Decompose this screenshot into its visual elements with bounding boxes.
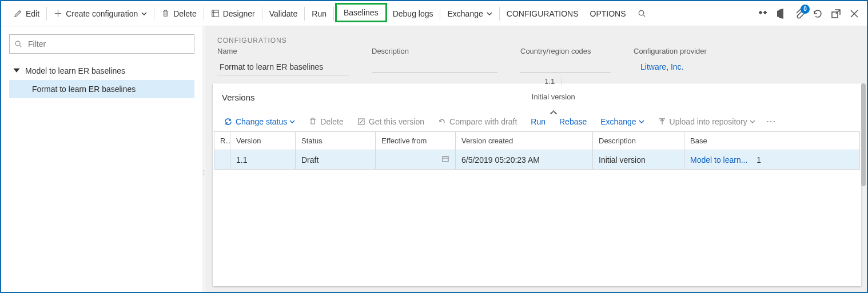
- summary-version: 1.1: [544, 77, 562, 86]
- svg-point-1: [639, 10, 643, 15]
- cell-status[interactable]: Draft: [296, 150, 376, 170]
- col-status[interactable]: Status: [296, 132, 376, 150]
- upload-icon: [658, 118, 666, 126]
- chevron-down-icon: [141, 11, 147, 17]
- separator: [440, 7, 440, 21]
- separator: [499, 7, 500, 21]
- compare-button[interactable]: Compare with draft: [432, 114, 523, 130]
- svg-rect-5: [443, 156, 448, 162]
- exchange-button[interactable]: Exchange: [441, 5, 497, 23]
- field-value[interactable]: [372, 60, 497, 73]
- baselines-label: Baselines: [344, 8, 379, 17]
- search-button[interactable]: [632, 5, 652, 23]
- card-title: Versions: [222, 93, 255, 102]
- designer-icon: [211, 9, 220, 18]
- btn-label: Run: [531, 117, 546, 126]
- configurations-tab[interactable]: CONFIGURATIONS: [501, 5, 584, 23]
- grid-icon[interactable]: [757, 8, 769, 19]
- btn-label: Rebase: [559, 117, 587, 126]
- cell-base[interactable]: Model to learn... 1: [684, 150, 860, 170]
- run-button[interactable]: Run: [306, 5, 332, 23]
- refresh-icon[interactable]: [812, 8, 823, 19]
- summary-description: Initial version: [532, 93, 575, 101]
- validate-button[interactable]: Validate: [264, 5, 304, 23]
- attachments-icon[interactable]: 0: [794, 8, 805, 19]
- pencil-icon: [14, 9, 22, 18]
- field-name: Name Format to learn ER baselines: [217, 47, 349, 75]
- filter-input[interactable]: [27, 39, 189, 49]
- separator: [46, 7, 47, 21]
- grid-row[interactable]: 1.1 Draft 6/5/2019 05:20:23 AM Initial v…: [214, 150, 860, 170]
- col-base[interactable]: Base: [684, 132, 860, 150]
- body: Model to learn ER baselines Format to le…: [1, 26, 867, 292]
- col-effective[interactable]: Effective from: [376, 132, 456, 150]
- versions-grid: R... Version Status Effective from Versi…: [214, 131, 860, 170]
- designer-label: Designer: [223, 9, 255, 18]
- field-label: Country/region codes: [520, 47, 611, 55]
- separator: [304, 7, 305, 21]
- tree-item-model[interactable]: Model to learn ER baselines: [9, 62, 194, 80]
- tree-item-label: Model to learn ER baselines: [25, 66, 125, 75]
- scrollbar-thumb[interactable]: [861, 83, 866, 186]
- delete-button[interactable]: Delete: [156, 5, 202, 23]
- btn-label: Delete: [320, 117, 343, 126]
- navigation-pane: Model to learn ER baselines Format to le…: [1, 26, 202, 292]
- refresh-icon: [438, 118, 446, 126]
- baselines-button[interactable]: Baselines: [335, 3, 387, 22]
- base-link[interactable]: Model to learn...: [690, 155, 747, 164]
- filter-box[interactable]: [9, 34, 194, 54]
- edit-icon: [357, 118, 365, 126]
- exchange-label: Exchange: [447, 9, 483, 18]
- options-tab[interactable]: OPTIONS: [584, 5, 632, 23]
- btn-label: Exchange: [600, 117, 636, 126]
- field-description: Description: [372, 47, 497, 75]
- tree-item-format[interactable]: Format to learn ER baselines: [9, 80, 194, 98]
- search-icon: [14, 40, 22, 48]
- create-configuration-button[interactable]: Create configuration: [48, 5, 153, 23]
- grid-header-row: R... Version Status Effective from Versi…: [214, 132, 860, 150]
- close-icon[interactable]: [849, 8, 860, 19]
- cell-version[interactable]: 1.1: [230, 150, 296, 170]
- attachments-badge: 0: [801, 5, 810, 14]
- edit-label: Edit: [26, 9, 39, 18]
- col-created[interactable]: Version created: [456, 132, 593, 150]
- col-version[interactable]: Version: [230, 132, 296, 150]
- change-status-button[interactable]: Change status: [218, 114, 301, 130]
- action-pane: Edit Create configuration Delete Designe…: [1, 1, 867, 26]
- edit-button[interactable]: Edit: [8, 5, 45, 23]
- field-value[interactable]: [520, 60, 611, 73]
- cell-created[interactable]: 6/5/2019 05:20:23 AM: [456, 150, 593, 170]
- versions-section: Versions 1.1 Initial version Change stat…: [206, 83, 867, 292]
- svg-rect-0: [212, 10, 218, 17]
- rebase-button[interactable]: Rebase: [554, 114, 592, 130]
- version-run-button[interactable]: Run: [525, 114, 551, 130]
- cell-r[interactable]: [214, 150, 230, 170]
- field-label: Name: [217, 47, 349, 55]
- version-exchange-button[interactable]: Exchange: [595, 114, 650, 130]
- office-icon[interactable]: [775, 8, 787, 19]
- btn-label: Upload into repository: [670, 117, 747, 126]
- debuglogs-label: Debug logs: [393, 9, 433, 18]
- col-r[interactable]: R...: [214, 132, 230, 150]
- debug-logs-button[interactable]: Debug logs: [387, 5, 439, 23]
- create-label: Create configuration: [66, 9, 138, 18]
- cycle-icon: [224, 118, 232, 126]
- field-country: Country/region codes: [520, 47, 611, 75]
- designer-button[interactable]: Designer: [205, 5, 261, 23]
- version-delete-button[interactable]: Delete: [303, 114, 349, 130]
- more-button[interactable]: ···: [763, 117, 780, 126]
- cell-description[interactable]: Initial version: [593, 150, 684, 170]
- cell-effective[interactable]: [376, 150, 456, 170]
- provider-link[interactable]: Litware, Inc.: [634, 60, 765, 75]
- chevron-down-icon: [750, 119, 755, 125]
- get-version-button[interactable]: Get this version: [352, 114, 430, 130]
- col-description[interactable]: Description: [593, 132, 684, 150]
- upload-repo-button[interactable]: Upload into repository: [652, 114, 761, 130]
- trash-icon: [309, 118, 317, 126]
- popout-icon[interactable]: [830, 8, 842, 19]
- field-value[interactable]: Format to learn ER baselines: [217, 60, 349, 75]
- btn-label: Change status: [236, 117, 287, 126]
- app-frame: Edit Create configuration Delete Designe…: [0, 0, 868, 293]
- svg-point-3: [15, 41, 20, 46]
- scrollbar[interactable]: [861, 83, 866, 286]
